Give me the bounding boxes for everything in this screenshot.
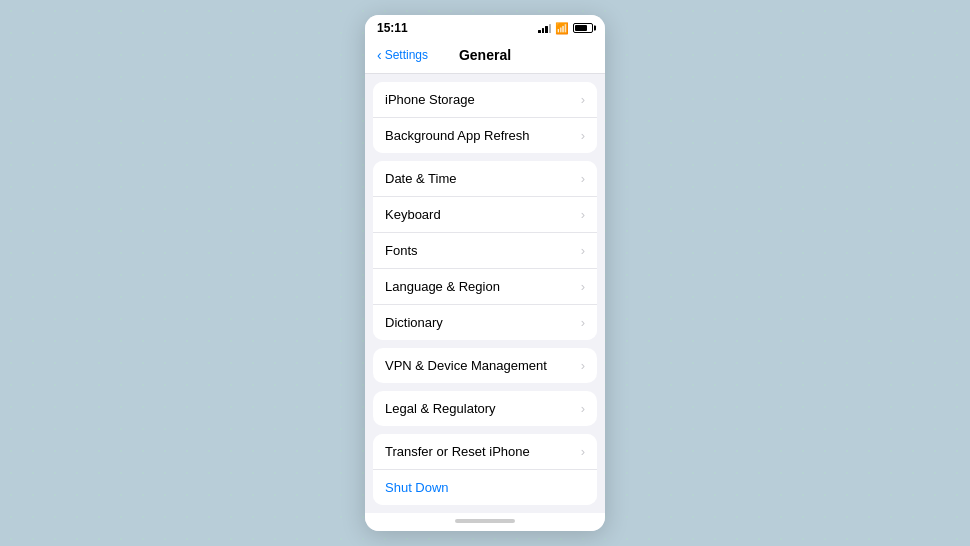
settings-content: iPhone Storage › Background App Refresh … <box>365 74 605 513</box>
background-app-refresh-chevron: › <box>581 128 585 143</box>
background-app-refresh-label: Background App Refresh <box>385 128 530 143</box>
section-reset: Transfer or Reset iPhone › Shut Down <box>373 434 597 505</box>
shut-down-label: Shut Down <box>385 480 449 495</box>
wifi-icon: 📶 <box>555 22 569 35</box>
vpn-label: VPN & Device Management <box>385 358 547 373</box>
section-language: Date & Time › Keyboard › Fonts › Languag… <box>373 161 597 340</box>
nav-bar: ‹ Settings General <box>365 39 605 74</box>
row-dictionary[interactable]: Dictionary › <box>373 305 597 340</box>
keyboard-chevron: › <box>581 207 585 222</box>
language-region-label: Language & Region <box>385 279 500 294</box>
dictionary-label: Dictionary <box>385 315 443 330</box>
home-indicator <box>365 513 605 531</box>
dictionary-chevron: › <box>581 315 585 330</box>
back-button[interactable]: ‹ Settings <box>377 47 428 63</box>
iphone-storage-label: iPhone Storage <box>385 92 475 107</box>
transfer-reset-label: Transfer or Reset iPhone <box>385 444 530 459</box>
language-region-chevron: › <box>581 279 585 294</box>
status-time: 15:11 <box>377 21 408 35</box>
back-chevron-icon: ‹ <box>377 47 382 63</box>
fonts-chevron: › <box>581 243 585 258</box>
phone-screen: 15:11 📶 ‹ Settings General <box>365 15 605 531</box>
row-background-app-refresh[interactable]: Background App Refresh › <box>373 118 597 153</box>
nav-title: General <box>459 47 511 63</box>
date-time-label: Date & Time <box>385 171 457 186</box>
keyboard-label: Keyboard <box>385 207 441 222</box>
row-keyboard[interactable]: Keyboard › <box>373 197 597 233</box>
fonts-label: Fonts <box>385 243 418 258</box>
row-vpn[interactable]: VPN & Device Management › <box>373 348 597 383</box>
vpn-chevron: › <box>581 358 585 373</box>
section-storage: iPhone Storage › Background App Refresh … <box>373 82 597 153</box>
row-language-region[interactable]: Language & Region › <box>373 269 597 305</box>
iphone-storage-chevron: › <box>581 92 585 107</box>
status-bar: 15:11 📶 <box>365 15 605 39</box>
home-bar <box>455 519 515 523</box>
transfer-reset-chevron: › <box>581 444 585 459</box>
row-date-time[interactable]: Date & Time › <box>373 161 597 197</box>
row-iphone-storage[interactable]: iPhone Storage › <box>373 82 597 118</box>
legal-chevron: › <box>581 401 585 416</box>
status-icons: 📶 <box>538 22 593 35</box>
back-label: Settings <box>385 48 428 62</box>
signal-icon <box>538 23 551 33</box>
row-shut-down[interactable]: Shut Down <box>373 470 597 505</box>
section-vpn: VPN & Device Management › <box>373 348 597 383</box>
row-transfer-reset[interactable]: Transfer or Reset iPhone › <box>373 434 597 470</box>
legal-label: Legal & Regulatory <box>385 401 496 416</box>
battery-icon <box>573 23 593 33</box>
date-time-chevron: › <box>581 171 585 186</box>
row-fonts[interactable]: Fonts › <box>373 233 597 269</box>
row-legal[interactable]: Legal & Regulatory › <box>373 391 597 426</box>
section-legal: Legal & Regulatory › <box>373 391 597 426</box>
